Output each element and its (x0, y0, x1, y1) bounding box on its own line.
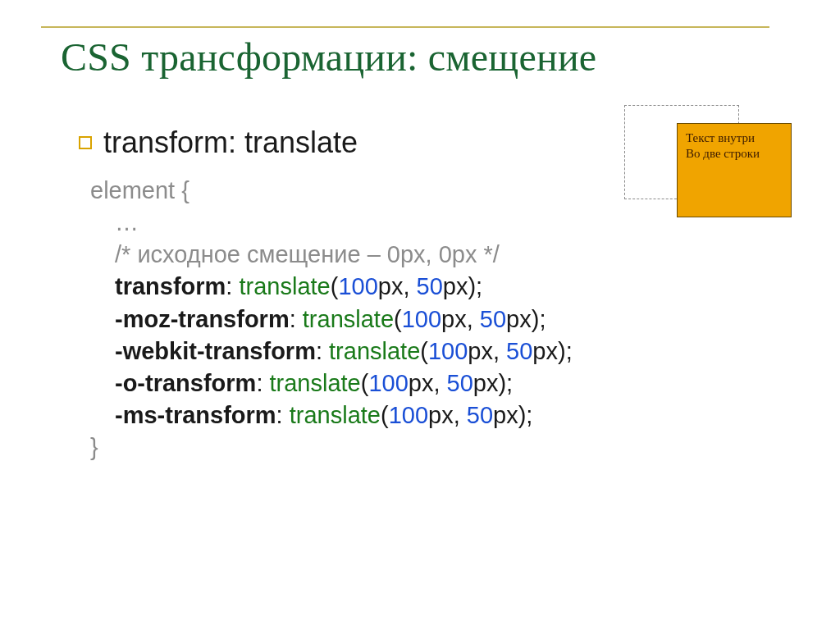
code-line: -o-transform: translate(100px, 50px); (90, 368, 799, 399)
code-value: 100 (368, 370, 408, 396)
code-line: -moz-transform: translate(100px, 50px); (90, 304, 799, 336)
example-illustration: Текст внутри Во две строки (624, 105, 792, 220)
code-tail: px); (443, 273, 482, 299)
code-value: 50 (447, 370, 473, 396)
code-function: translate (329, 338, 420, 364)
code-line: -ms-transform: translate(100px, 50px); (90, 399, 799, 431)
slide: CSS трансформации: смещение Текст внутри… (0, 0, 840, 630)
code-value: 100 (338, 273, 377, 299)
code-value: 50 (480, 306, 506, 332)
slide-title: CSS трансформации: смещение (61, 34, 799, 80)
code-value: 50 (417, 273, 443, 299)
code-unit-sep: px, (441, 306, 480, 332)
code-unit-sep: px, (378, 273, 417, 299)
translated-box-text-line-1: Текст внутри (686, 130, 783, 146)
code-property: -o-transform (115, 370, 256, 396)
code-tail: px); (506, 306, 546, 332)
code-comment: /* исходное смещение – 0px, 0px */ (90, 239, 799, 271)
code-value: 100 (389, 402, 428, 428)
code-unit-sep: px, (428, 402, 467, 428)
code-unit-sep: px, (468, 338, 506, 364)
code-close: } (90, 431, 799, 463)
code-tail: px); (493, 402, 532, 428)
title-divider (41, 26, 769, 28)
code-value: 50 (506, 338, 532, 364)
code-value: 50 (467, 402, 493, 428)
code-function: translate (303, 306, 394, 332)
translated-box: Текст внутри Во две строки (677, 123, 792, 217)
code-function: translate (290, 402, 381, 428)
code-value: 100 (402, 306, 441, 332)
code-function: translate (239, 273, 330, 299)
bullet-text: transform: translate (103, 126, 358, 160)
code-property: -webkit-transform (115, 338, 316, 364)
code-value: 100 (428, 338, 468, 364)
code-line: -webkit-transform: translate(100px, 50px… (90, 336, 799, 368)
code-property: -moz-transform (115, 306, 290, 332)
code-tail: px); (473, 370, 513, 396)
code-property: -ms-transform (115, 402, 276, 428)
code-unit-sep: px, (409, 370, 447, 396)
code-function: translate (270, 370, 361, 396)
code-tail: px); (532, 338, 572, 364)
code-property: transform (115, 273, 226, 299)
translated-box-text-line-2: Во две строки (686, 146, 783, 162)
code-line: transform: translate(100px, 50px); (90, 271, 799, 303)
bullet-square-icon (79, 136, 92, 149)
